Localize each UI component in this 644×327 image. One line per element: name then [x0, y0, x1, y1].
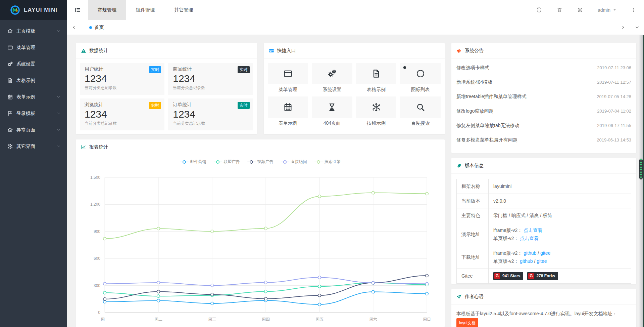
page-tab-1[interactable]: 首页 — [81, 20, 112, 35]
legend-item-1[interactable]: 邮件营销 — [180, 159, 206, 165]
quick-entry-8[interactable]: 百度搜索 — [400, 96, 441, 126]
link-github[interactable]: github — [520, 258, 533, 264]
svg-text:周一: 周一 — [101, 317, 109, 322]
hourglass-icon — [312, 96, 352, 118]
realtime-badge: 实时 — [149, 66, 161, 73]
svg-text:600: 600 — [94, 256, 100, 261]
paper-plane-icon — [456, 294, 462, 299]
legend-item-2[interactable]: 联盟广告 — [214, 159, 240, 165]
legend-item-3[interactable]: 视频广告 — [247, 159, 274, 165]
legend-item-4[interactable]: 直接访问 — [281, 159, 307, 165]
stat-box-1[interactable]: 用户统计1234当前分类总记录数实时 — [80, 63, 164, 95]
quick-entry-6[interactable]: 404页面 — [312, 96, 352, 126]
svg-text:周日: 周日 — [423, 317, 431, 322]
legend-item-5[interactable]: 搜索引擎 — [314, 159, 341, 165]
sidebar-item-5[interactable]: 表单示例 — [0, 89, 67, 105]
snowflake-icon — [7, 144, 13, 149]
gitee-icon: G — [494, 273, 500, 279]
stat-sublabel: 当前分类总记录数 — [173, 85, 248, 91]
announcement-row-1[interactable]: 修改选项卡样式2019-07-11 23:06 — [456, 60, 631, 75]
announcement-date: 2019-07-05 14:28 — [597, 94, 631, 99]
sidebar-item-label: 主页模板 — [16, 28, 35, 34]
header-nav-tab-3[interactable]: 其它管理 — [164, 0, 203, 20]
tab-scroll-left-button[interactable] — [67, 20, 81, 35]
header-nav-tab-2[interactable]: 组件管理 — [126, 0, 164, 20]
link-点击查看[interactable]: 点击查看 — [524, 228, 542, 233]
chevron-down-icon — [57, 112, 60, 115]
card-header: 报表统计 — [76, 139, 445, 155]
realtime-badge: 实时 — [149, 102, 161, 109]
card-quick-entry: 快捷入口 菜单管理系统设置表格示例图标列表表单示例404页面按钮示例百度搜索 — [264, 43, 445, 134]
logo[interactable]: LAYUI MINI — [0, 0, 67, 20]
version-row-label: 演示地址 — [457, 223, 489, 246]
link-gitee[interactable]: gitee — [537, 258, 547, 264]
page-scrollbar — [639, 35, 644, 327]
legend-ring — [317, 160, 320, 164]
stat-box-2[interactable]: 商品统计1234当前分类总记录数实时 — [168, 63, 253, 95]
announcement-row-2[interactable]: 新增系统404模板2019-07-11 12:57 — [456, 75, 631, 89]
quick-entry-3[interactable]: 表格示例 — [356, 63, 397, 93]
fullscreen-icon[interactable] — [577, 7, 583, 13]
legend-label: 联盟广告 — [224, 159, 240, 165]
snowflake-icon — [356, 96, 397, 118]
announcement-row-6[interactable]: 修复多模块菜单栏展开有问题2019-06-13 14:53 — [456, 133, 631, 147]
megaphone-icon — [456, 48, 462, 53]
quick-entry-label: 系统设置 — [312, 87, 352, 93]
gitee-badge[interactable]: G278 Forks — [527, 272, 558, 280]
stats-grid: 用户统计1234当前分类总记录数实时商品统计1234当前分类总记录数实时浏览统计… — [76, 59, 257, 134]
link-github[interactable]: github — [524, 250, 536, 256]
header-nav-tab-1[interactable]: 常规管理 — [88, 0, 126, 20]
announcement-row-3[interactable]: 新增treetable插件和菜单管理样式2019-07-05 14:28 — [456, 89, 631, 104]
menu-fold-icon[interactable] — [67, 0, 88, 20]
tab-scroll-right-button[interactable] — [616, 20, 630, 35]
stat-box-4[interactable]: 订单统计1234当前分类总记录数实时 — [168, 98, 253, 130]
stat-box-3[interactable]: 浏览统计1234当前分类总记录数实时 — [80, 98, 164, 130]
version-row-label: 下载地址 — [457, 246, 489, 269]
quick-entry-2[interactable]: 系统设置 — [312, 63, 352, 93]
quick-entry-1[interactable]: 菜单管理 — [268, 63, 308, 93]
quick-entry-7[interactable]: 按钮示例 — [356, 96, 397, 126]
svg-text:900: 900 — [94, 229, 100, 234]
header: 常规管理组件管理其它管理 admin — [67, 0, 644, 20]
sidebar-item-6[interactable]: 登录模板 — [0, 105, 67, 122]
sidebar-item-7[interactable]: 异常页面 — [0, 122, 67, 138]
version-row-5: 下载地址iframe版-v2： github / gitee单页版-v2： gi… — [457, 246, 631, 269]
sidebar-item-label: 其它界面 — [16, 144, 35, 150]
sidebar-item-1[interactable]: 主页模板 — [0, 23, 67, 39]
gitee-badge[interactable]: G941 Stars — [493, 272, 523, 280]
home-icon — [7, 127, 13, 133]
tab-actions-button[interactable] — [630, 20, 644, 35]
quick-entry-label: 菜单管理 — [268, 87, 308, 93]
card-system-announcements: 系统公告 修改选项卡样式2019-07-11 23:06新增系统404模板201… — [451, 43, 636, 153]
quick-entry-label: 按钮示例 — [356, 120, 397, 126]
stat-value: 1234 — [85, 108, 160, 121]
sidebar-item-3[interactable]: 系统设置 — [0, 56, 67, 72]
more-menu-icon[interactable] — [631, 7, 636, 13]
sidebar-item-2[interactable]: 菜单管理 — [0, 39, 67, 56]
header-right: admin — [536, 0, 644, 20]
user-menu[interactable]: admin — [598, 7, 616, 13]
author-line1: 本模板基于layui2.5.4以及font-awesome-4.7.0进行实现。… — [456, 311, 617, 316]
version-row-label: Github — [457, 284, 489, 284]
sidebar-item-4[interactable]: 表格示例 — [0, 72, 67, 89]
legend-ring — [183, 160, 186, 164]
announcement-row-5[interactable]: 修复左侧菜单缩放tab无法移动2019-06-17 11:55 — [456, 118, 631, 133]
link-gitee[interactable]: gitee — [540, 250, 550, 256]
sidebar-item-8[interactable]: 其它界面 — [0, 138, 67, 155]
quick-entry-5[interactable]: 表单示例 — [268, 96, 308, 126]
announcement-date: 2019-06-13 14:53 — [597, 137, 631, 142]
announcement-title: 修改logo缩放问题 — [456, 108, 493, 114]
version-row-value: 零门槛 / 响应式 / 清爽 / 极简 — [489, 208, 631, 223]
scrollbar-thumb[interactable] — [639, 159, 643, 179]
card-header: 版本信息 — [451, 158, 636, 174]
announcement-row-4[interactable]: 修改logo缩放问题2019-07-04 11:02 — [456, 104, 631, 118]
cogs-icon — [7, 61, 13, 67]
card-title: 快捷入口 — [277, 48, 296, 54]
quick-entry-4[interactable]: 图标列表 — [400, 63, 441, 93]
refresh-icon[interactable] — [536, 7, 542, 13]
clear-cache-icon[interactable] — [557, 7, 562, 13]
layui-doc-badge[interactable]: layui文档 — [456, 318, 478, 327]
version-row-6: GiteeG941 StarsG278 Forks — [457, 269, 631, 284]
link-点击查看[interactable]: 点击查看 — [520, 236, 539, 241]
card-report-statistics: 报表统计 邮件营销联盟广告视频广告直接访问搜索引擎 03006009001,20… — [76, 139, 445, 327]
